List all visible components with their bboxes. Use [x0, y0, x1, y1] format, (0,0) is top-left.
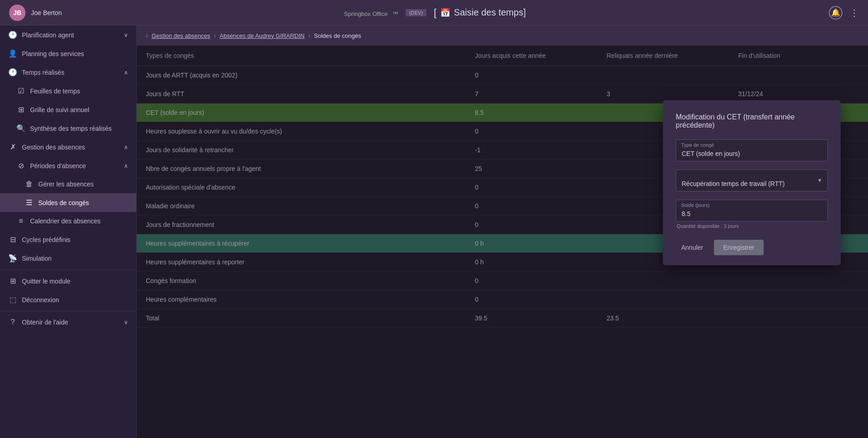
menu-icon[interactable]: ⋮ [850, 7, 859, 18]
person-icon: 👤 [8, 49, 17, 58]
modal-title: Modification du CET (transfert année pré… [676, 113, 828, 129]
form-group-type-conge: Type de congé [676, 139, 828, 161]
sidebar-item-gerer-absences[interactable]: 🗑 Gérer les absences [0, 175, 136, 193]
clock-icon: 🕐 [8, 31, 17, 39]
annuler-button[interactable]: Annuler [676, 240, 709, 255]
avatar: JB [9, 5, 26, 21]
breadcrumb-sep-1: › [146, 32, 148, 39]
signal-icon: 📡 [8, 254, 17, 263]
main-layout: 🕐 Planification agent ∨ 👤 Planning des s… [0, 26, 868, 438]
sidebar-item-temps-realises[interactable]: 🕐 Temps réalisés ∧ [0, 63, 136, 82]
sidebar-item-grille-suivi[interactable]: ⊞ Grille de suivi annuel [0, 100, 136, 119]
modal-actions: Annuler Enregistrer [676, 240, 828, 255]
type-conge-label: Type de congé [681, 142, 714, 148]
modal-cet: Modification du CET (transfert année pré… [663, 100, 841, 265]
form-group-solde: Solde (jours) Quantité disponible : 3 jo… [676, 200, 828, 229]
sidebar-item-quitter-module[interactable]: ⊞ Quitter le module [0, 272, 136, 290]
checkbox-icon: ☑ [16, 87, 26, 95]
breadcrumb: › Gestion des absences › Absences de Aud… [137, 26, 868, 46]
list-icon: ☰ [25, 198, 34, 207]
user-name: Joe Berton [31, 9, 62, 16]
trash-icon: 🗑 [25, 180, 34, 188]
sidebar-item-planning-services[interactable]: 👤 Planning des services [0, 44, 136, 63]
no-icon: ⊘ [16, 161, 26, 170]
header-module: [ 📅 Saisie des temps] [434, 7, 526, 19]
app-title: Springbox Office ™ [342, 7, 398, 19]
cycle-icon: ⊟ [8, 235, 17, 244]
type-debiter-select[interactable]: Récupération temps de travail (RTT) [676, 170, 828, 191]
enregistrer-button[interactable]: Enregistrer [714, 240, 763, 255]
breadcrumb-sep-3: › [308, 32, 310, 39]
breadcrumb-sep-2: › [214, 32, 216, 39]
exit-icon: ⊞ [8, 277, 17, 285]
breadcrumb-gestion-absences[interactable]: Gestion des absences [152, 32, 211, 39]
sidebar-item-planification-agent[interactable]: 🕐 Planification agent ∨ [0, 26, 136, 44]
solde-label: Solde (jours) [681, 202, 709, 208]
table-area: Types de congés Jours acquis cette année… [137, 46, 868, 438]
sidebar-item-gestion-absences[interactable]: ✗ Gestion des absences ∧ [0, 138, 136, 156]
form-group-type-debiter: Type de congé à débiter Récupération tem… [676, 170, 828, 191]
logout-icon: ⬚ [8, 295, 17, 304]
sidebar-item-feuilles-temps[interactable]: ☑ Feuilles de temps [0, 82, 136, 100]
sidebar: 🕐 Planification agent ∨ 👤 Planning des s… [0, 26, 137, 438]
header-center: Springbox Office ™ (DEV) [ 📅 Saisie des … [342, 7, 526, 19]
calendar-icon: 📅 [440, 8, 450, 18]
bell-icon[interactable]: 🔔 [829, 6, 842, 20]
top-header: JB Joe Berton Springbox Office ™ (DEV) [… [0, 0, 868, 26]
sidebar-item-periodes-absence[interactable]: ⊘ Périodes d'absence ∧ [0, 156, 136, 175]
header-right: 🔔 ⋮ [829, 6, 859, 20]
modal-overlay: Modification du CET (transfert année pré… [137, 46, 868, 438]
sidebar-item-soldes-conges[interactable]: ☰ Soldes de congés [0, 193, 136, 212]
time-icon: 🕐 [8, 68, 17, 77]
dev-badge: (DEV) [406, 9, 426, 16]
sidebar-divider-1 [0, 269, 136, 270]
sidebar-item-synthese[interactable]: 🔍 Synthèse des temps réalisés [0, 119, 136, 138]
cross-icon: ✗ [8, 143, 17, 151]
sidebar-item-deconnexion[interactable]: ⬚ Déconnexion [0, 290, 136, 309]
calendar-icon: ≡ [16, 217, 26, 225]
header-left: JB Joe Berton [9, 5, 62, 21]
sidebar-item-simulation[interactable]: 📡 Simulation [0, 249, 136, 268]
select-wrapper: Récupération temps de travail (RTT) ▼ [676, 170, 828, 191]
quantite-hint: Quantité disponible : 3 jours [676, 223, 828, 229]
breadcrumb-absences-audrey[interactable]: Absences de Audrey GIRARDIN [220, 32, 304, 39]
sidebar-item-obtenir-aide[interactable]: ? Obtenir de l'aide ∨ [0, 313, 136, 331]
breadcrumb-current: Soldes de congés [314, 32, 361, 39]
search-icon: 🔍 [16, 124, 26, 133]
sidebar-item-cycles-predefinis[interactable]: ⊟ Cycles prédéfinis [0, 230, 136, 249]
sidebar-item-calendrier-absences[interactable]: ≡ Calendrier des absences [0, 212, 136, 230]
grid-icon: ⊞ [16, 105, 26, 114]
help-icon: ? [8, 318, 17, 326]
sidebar-divider-2 [0, 311, 136, 311]
content-area: › Gestion des absences › Absences de Aud… [137, 26, 868, 438]
